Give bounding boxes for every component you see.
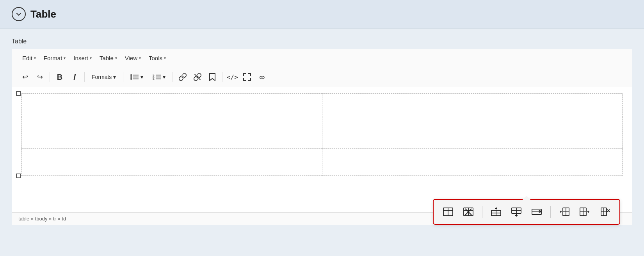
bullet-list-button[interactable]: ▾	[126, 70, 147, 84]
menu-tools[interactable]: Tools ▾	[145, 52, 170, 64]
link-button[interactable]	[176, 70, 189, 84]
delete-col-button[interactable]	[597, 204, 613, 220]
popup-sep-2	[550, 206, 551, 218]
page-body: Table Edit ▾ Format ▾ Insert ▾ Table ▾ V…	[0, 29, 644, 235]
unlink-button[interactable]	[191, 70, 204, 84]
page-title: Table	[30, 8, 56, 20]
table-cell[interactable]	[22, 94, 322, 117]
insert-row-before-button[interactable]	[488, 204, 504, 220]
svg-text:3.: 3.	[153, 78, 155, 80]
resize-handle-topleft[interactable]	[16, 91, 21, 96]
table-row	[22, 149, 623, 176]
toolbar-sep-4	[173, 72, 173, 82]
table-row	[22, 94, 623, 117]
popup-sep-1	[482, 206, 482, 218]
code-button[interactable]: </>	[226, 70, 239, 84]
svg-rect-7	[156, 75, 161, 75]
status-bar: table » tbody » tr » td	[12, 212, 632, 225]
view-arrow-icon: ▾	[139, 56, 141, 60]
delete-table-button[interactable]	[460, 204, 477, 220]
svg-rect-9	[156, 77, 161, 77]
bullet-arrow-icon: ▾	[141, 74, 143, 80]
toolbar: ↩ ↪ B I Formats ▾ ▾ 1.2.3. ▾	[12, 67, 632, 87]
svg-rect-1	[133, 75, 139, 75]
table-arrow-icon: ▾	[115, 56, 117, 60]
bold-button[interactable]: B	[53, 70, 66, 84]
menu-table[interactable]: Table ▾	[96, 52, 121, 64]
table-cell[interactable]	[22, 149, 322, 176]
tools-arrow-icon: ▾	[164, 56, 166, 60]
numbered-list-button[interactable]: 1.2.3. ▾	[149, 70, 169, 84]
toolbar-sep-3	[123, 72, 123, 82]
fullscreen-button[interactable]	[240, 70, 254, 84]
menu-edit[interactable]: Edit ▾	[18, 52, 40, 64]
table-cell[interactable]	[322, 117, 623, 149]
delete-row-button[interactable]	[528, 204, 545, 220]
toolbar-sep-2	[84, 72, 85, 82]
edit-arrow-icon: ▾	[34, 56, 36, 60]
editor-content[interactable]	[12, 87, 632, 212]
svg-rect-11	[156, 79, 161, 79]
formats-button[interactable]: Formats ▾	[88, 70, 120, 84]
editor-container: Edit ▾ Format ▾ Insert ▾ Table ▾ View ▾ …	[12, 49, 632, 225]
insert-col-before-button[interactable]	[556, 204, 573, 220]
svg-rect-5	[133, 79, 139, 79]
svg-point-4	[130, 78, 132, 80]
numbered-arrow-icon: ▾	[163, 74, 165, 80]
table-props-button[interactable]	[440, 204, 456, 220]
menu-view[interactable]: View ▾	[121, 52, 145, 64]
insert-row-after-button[interactable]	[508, 204, 525, 220]
menu-bar: Edit ▾ Format ▾ Insert ▾ Table ▾ View ▾ …	[12, 49, 632, 67]
table-wrapper	[18, 93, 626, 176]
undo-button[interactable]: ↩	[18, 70, 32, 84]
italic-button[interactable]: I	[68, 70, 81, 84]
insert-arrow-icon: ▾	[90, 56, 92, 60]
table-cell[interactable]	[322, 149, 623, 176]
formats-arrow-icon: ▾	[113, 74, 116, 80]
menu-format[interactable]: Format ▾	[40, 52, 70, 64]
insert-col-after-button[interactable]	[576, 204, 593, 220]
svg-point-0	[130, 74, 132, 76]
toolbar-sep-5	[222, 72, 222, 82]
svg-line-12	[195, 74, 201, 80]
table-row	[22, 117, 623, 149]
page-header: Table	[0, 0, 644, 29]
redo-button[interactable]: ↪	[33, 70, 46, 84]
collapse-button[interactable]	[12, 7, 26, 21]
breadcrumb: table » tbody » tr » td	[18, 216, 66, 222]
bookmark-button[interactable]	[206, 70, 219, 84]
svg-point-2	[130, 76, 132, 78]
menu-insert[interactable]: Insert ▾	[69, 52, 96, 64]
format-arrow-icon: ▾	[64, 56, 66, 60]
table-cell[interactable]	[322, 94, 623, 117]
table-cell[interactable]	[22, 117, 322, 149]
table-toolbar-popup	[433, 199, 620, 225]
embed-button[interactable]: ∞	[255, 70, 269, 84]
svg-rect-3	[133, 77, 139, 77]
editor-table	[21, 93, 623, 176]
section-label: Table	[12, 38, 632, 45]
resize-handle-bottomleft[interactable]	[16, 174, 21, 178]
toolbar-sep-1	[50, 72, 50, 82]
